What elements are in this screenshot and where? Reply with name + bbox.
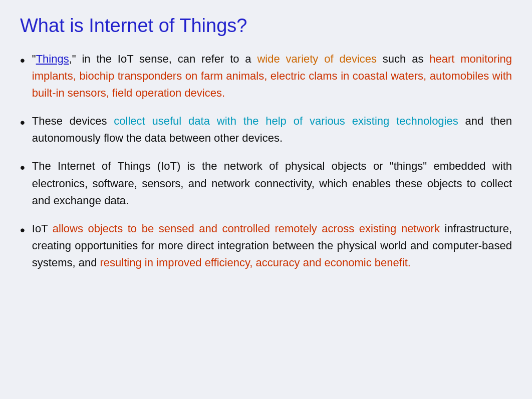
bullet-content: IoT allows objects to be sensed and cont… (32, 220, 512, 271)
things-link[interactable]: Things (36, 53, 69, 65)
list-item: • The Internet of Things (IoT) is the ne… (20, 158, 512, 209)
resulting-text: resulting in improved efficiency, accura… (100, 256, 411, 269)
list-item: • IoT allows objects to be sensed and co… (20, 220, 512, 271)
list-item: • "Things," in the IoT sense, can refer … (20, 51, 512, 102)
page-container: What is Internet of Things? • "Things," … (0, 0, 532, 399)
list-item: • These devices collect useful data with… (20, 113, 512, 147)
bullet-content: These devices collect useful data with t… (32, 113, 512, 147)
bullet-dot: • (20, 50, 25, 71)
page-title: What is Internet of Things? (20, 15, 512, 37)
bullet-content: "Things," in the IoT sense, can refer to… (32, 51, 512, 102)
wide-variety-text: wide variety of devices (257, 53, 377, 65)
allows-objects-text: allows objects to be sensed and controll… (53, 222, 440, 235)
bullet-dot: • (20, 157, 25, 178)
collect-data-text: collect useful data with the help of var… (114, 115, 458, 127)
bullet-dot: • (20, 219, 25, 241)
bullet-list: • "Things," in the IoT sense, can refer … (20, 51, 512, 271)
bullet-dot: • (20, 112, 25, 133)
bullet-content: The Internet of Things (IoT) is the netw… (32, 158, 512, 209)
